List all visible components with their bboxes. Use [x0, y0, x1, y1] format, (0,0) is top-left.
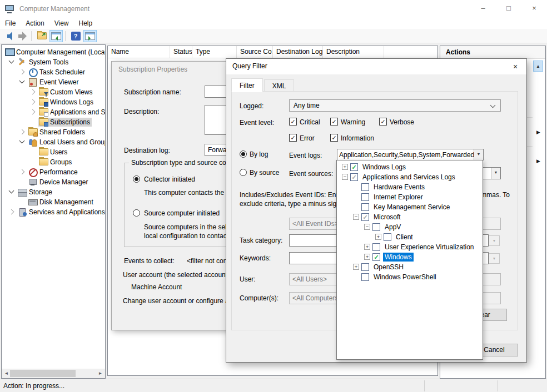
expand-chevron-icon[interactable]: [28, 109, 38, 115]
show-hide-console-tree-button[interactable]: [49, 30, 63, 42]
nav-item-disk-management[interactable]: Disk Management: [2, 197, 105, 207]
scroll-right-button[interactable]: ►: [96, 369, 105, 378]
expand-plus-icon[interactable]: +: [352, 264, 361, 270]
column-header-source-co[interactable]: Source Co...: [237, 46, 273, 58]
event-logs-select[interactable]: Application,Security,Setup,System,Forwar…: [337, 149, 484, 160]
log-tree-item-openssh[interactable]: +OpenSSH: [337, 262, 483, 272]
checkbox-information[interactable]: ✓: [330, 134, 338, 142]
selected-log-label[interactable]: Windows: [383, 253, 414, 262]
submenu-arrow-icon[interactable]: ▶: [536, 129, 540, 135]
log-label[interactable]: Windows Logs: [361, 163, 407, 172]
log-tree-item-user-experience-virtualization[interactable]: +User Experience Virtualization: [337, 242, 483, 252]
collapse-group-button[interactable]: ▲: [533, 61, 543, 72]
dropdown-arrow-icon[interactable]: ▼: [474, 149, 483, 160]
tree-checkbox-checked[interactable]: ✓: [350, 163, 358, 171]
help-button[interactable]: ?: [69, 30, 82, 42]
column-header-status[interactable]: Status: [170, 46, 192, 58]
nav-item-services-and-applications[interactable]: Services and Applications: [2, 207, 105, 217]
column-header-destination-log[interactable]: Destination Log: [273, 46, 323, 58]
log-label[interactable]: Internet Explorer: [372, 193, 425, 202]
log-tree-item-microsoft[interactable]: −✓Microsoft: [337, 212, 483, 222]
tree-checkbox-empty[interactable]: [361, 203, 369, 211]
export-list-button[interactable]: [35, 30, 48, 42]
checkbox-warning[interactable]: ✓: [330, 118, 338, 125]
expand-chevron-icon[interactable]: [7, 209, 17, 215]
log-tree-item-appv[interactable]: −AppV: [337, 222, 483, 232]
column-header-description[interactable]: Description: [323, 46, 384, 58]
log-tree-item-hardware-events[interactable]: Hardware Events: [337, 182, 483, 192]
log-tree-item-internet-explorer[interactable]: Internet Explorer: [337, 192, 483, 202]
checkbox-label-information[interactable]: Information: [341, 134, 374, 142]
log-tree-item-applications-and-services-logs[interactable]: −✓Applications and Services Logs: [337, 172, 483, 182]
menu-file[interactable]: File: [0, 18, 21, 28]
tree-checkbox-empty[interactable]: [361, 193, 369, 201]
by-source-label[interactable]: By source: [250, 169, 279, 177]
by-source-radio[interactable]: [240, 169, 247, 176]
log-label[interactable]: Microsoft: [372, 213, 402, 222]
nav-item-users[interactable]: Users: [2, 147, 105, 157]
expand-plus-icon[interactable]: +: [363, 244, 372, 250]
checkbox-label-error[interactable]: Error: [300, 134, 315, 142]
tree-checkbox-empty[interactable]: [361, 183, 369, 191]
by-log-label[interactable]: By log: [250, 150, 268, 158]
nav-item-event-viewer[interactable]: Event Viewer: [2, 77, 105, 87]
checkbox-error[interactable]: ✓: [289, 134, 297, 142]
checkbox-critical[interactable]: ✓: [289, 118, 297, 125]
expand-plus-icon[interactable]: +: [374, 234, 384, 240]
expand-chevron-icon[interactable]: [18, 169, 28, 175]
log-tree-item-client[interactable]: +Client: [337, 232, 483, 242]
log-label[interactable]: User Experience Virtualization: [383, 243, 476, 252]
source-initiated-label[interactable]: Source computer initiated: [144, 209, 220, 217]
nav-item-performance[interactable]: Performance: [2, 167, 105, 177]
log-label[interactable]: Key Management Service: [372, 203, 451, 212]
checkbox-verbose[interactable]: ✓: [379, 118, 387, 125]
menu-help[interactable]: Help: [74, 18, 98, 28]
expand-chevron-icon[interactable]: [28, 99, 38, 105]
nav-item-device-manager[interactable]: Device Manager: [2, 177, 105, 187]
collapse-chevron-icon[interactable]: [18, 139, 28, 145]
tab-filter[interactable]: Filter: [231, 78, 263, 92]
task-category-dropdown-button[interactable]: ▼: [489, 235, 500, 246]
close-button[interactable]: ×: [521, 0, 547, 18]
collapse-minus-icon[interactable]: −: [363, 224, 372, 230]
minimize-button[interactable]: –: [470, 0, 496, 18]
log-label[interactable]: Client: [394, 233, 415, 242]
log-label[interactable]: Applications and Services Logs: [361, 173, 457, 182]
nav-item-windows-logs[interactable]: Windows Logs: [2, 97, 105, 107]
collapse-minus-icon[interactable]: −: [341, 174, 350, 180]
tree-checkbox-empty[interactable]: [384, 233, 391, 241]
log-label[interactable]: Hardware Events: [372, 183, 426, 192]
keywords-dropdown-button[interactable]: ▼: [489, 253, 500, 264]
log-label[interactable]: Windows PowerShell: [372, 273, 438, 282]
scrollbar-thumb[interactable]: [10, 370, 76, 377]
log-label[interactable]: OpenSSH: [372, 263, 405, 272]
log-tree-item-windows-logs[interactable]: +✓Windows Logs: [337, 162, 483, 172]
logged-select[interactable]: Any time: [289, 99, 501, 112]
tree-checkbox-mixed[interactable]: ✓: [350, 173, 358, 181]
expand-chevron-icon[interactable]: [18, 129, 28, 135]
nav-item-system-tools[interactable]: System Tools: [2, 57, 105, 67]
source-initiated-radio[interactable]: [133, 209, 140, 217]
submenu-arrow-icon[interactable]: ▶: [536, 158, 540, 164]
close-dialog-button[interactable]: ×: [509, 61, 522, 73]
horizontal-scrollbar[interactable]: ◄ ►: [2, 369, 105, 378]
checkbox-label-critical[interactable]: Critical: [300, 118, 320, 126]
back-button[interactable]: [1, 30, 14, 42]
nav-item-groups[interactable]: Groups: [2, 157, 105, 167]
tree-checkbox-empty[interactable]: [361, 263, 369, 271]
collapse-minus-icon[interactable]: −: [352, 214, 361, 220]
column-header-name[interactable]: Name: [108, 46, 170, 58]
menu-action[interactable]: Action: [21, 18, 49, 28]
expand-chevron-icon[interactable]: [28, 89, 38, 96]
nav-item-computer-management-local[interactable]: Computer Management (Local: [2, 47, 105, 57]
tree-checkbox-checked[interactable]: ✓: [372, 253, 380, 261]
checkbox-label-warning[interactable]: Warning: [341, 118, 365, 126]
nav-item-storage[interactable]: Storage: [2, 187, 105, 197]
collapse-chevron-icon[interactable]: [7, 189, 17, 195]
forward-button[interactable]: [16, 30, 29, 42]
log-tree-item-windows[interactable]: +✓Windows: [337, 252, 483, 262]
menu-view[interactable]: View: [49, 18, 74, 28]
expand-chevron-icon[interactable]: [18, 69, 28, 76]
tree-checkbox-mixed[interactable]: ✓: [361, 213, 369, 221]
expand-plus-icon[interactable]: +: [341, 164, 350, 170]
